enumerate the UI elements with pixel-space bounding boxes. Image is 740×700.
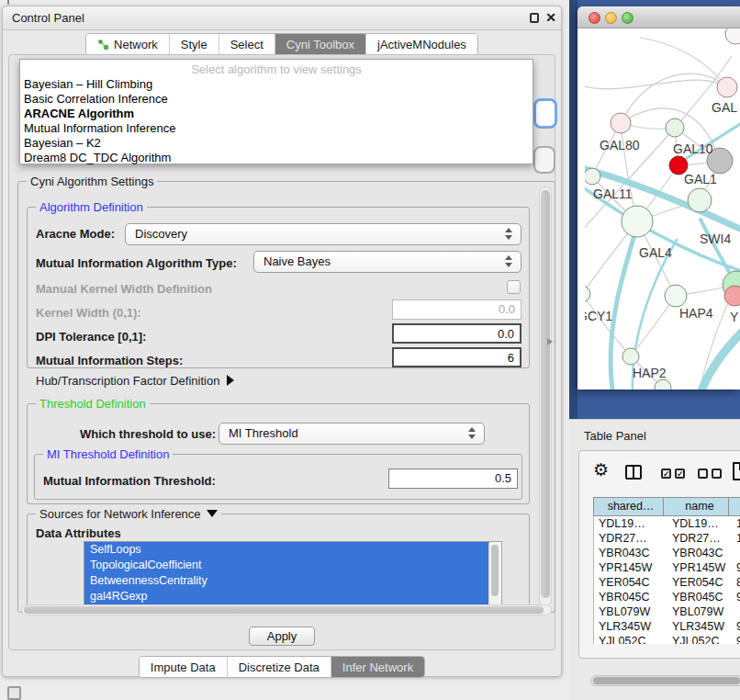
node-table: shared… name A YDL19…YDL19…13 YDR27…YDR2… [593, 497, 740, 644]
scrollbar-thumb[interactable] [593, 677, 740, 684]
algorithm-option[interactable]: Basic Correlation Inference [20, 92, 533, 107]
mi-steps-field[interactable]: 6 [392, 347, 521, 367]
column-layout-icon[interactable] [625, 465, 642, 480]
deselect-all-checkbox-icon[interactable] [712, 469, 722, 479]
apply-button[interactable]: Apply [249, 627, 315, 646]
table-horizontal-scrollbar[interactable] [590, 675, 740, 686]
node-label[interactable]: GAL10 [673, 141, 713, 156]
tab-infer-network[interactable]: Infer Network [331, 657, 424, 677]
node-label[interactable]: GAL4 [639, 245, 672, 260]
mac-zoom-button[interactable] [622, 12, 633, 24]
tab-impute-data[interactable]: Impute Data [140, 657, 228, 677]
combobox-value: Discovery [135, 227, 187, 241]
table-row[interactable]: YDL19…YDL19…13 [594, 516, 740, 531]
node-label[interactable]: GAL11 [593, 186, 633, 201]
dpi-tolerance-field[interactable]: 0.0 [392, 323, 521, 344]
node-label[interactable]: GAL80 [600, 138, 640, 152]
data-table-combobox-fragment[interactable] [533, 146, 555, 174]
table-header-row: shared… name A [593, 497, 740, 516]
attribute-item-selected[interactable]: BetweennessCentrality [84, 573, 489, 589]
algorithm-option[interactable]: Bayesian – Hill Climbing [20, 77, 533, 92]
list-vertical-scrollbar[interactable] [488, 543, 500, 605]
node-label[interactable]: HAP2 [633, 366, 667, 380]
hub-definition-label: Hub/Transcription Factor Definition [36, 374, 219, 388]
deselect-all-checkbox-icon[interactable] [698, 469, 708, 479]
scrollbar-thumb[interactable] [491, 545, 499, 596]
tab-jactivemnodules[interactable]: jActiveMNodules [366, 34, 477, 54]
mac-close-button[interactable] [589, 12, 600, 24]
select-all-checkbox-icon[interactable]: ✓ [661, 469, 671, 479]
algorithm-option-selected[interactable]: ARACNE Algorithm [20, 107, 533, 121]
cell: YLR345W [665, 619, 730, 634]
tab-style[interactable]: Style [170, 34, 219, 54]
combobox-value: MI Threshold [229, 426, 298, 440]
mi-threshold-label: Mutual Information Threshold: [43, 474, 216, 488]
mi-algorithm-type-combobox[interactable]: Naive Bayes [253, 251, 521, 273]
group-title: Algorithm Definition [36, 200, 147, 214]
node-label[interactable]: Y [730, 310, 738, 324]
table-row[interactable]: YDR27…YDR27…12 [594, 531, 740, 546]
table-row[interactable]: YLR345WYLR345W9. [594, 619, 740, 634]
cell: YER054C [594, 575, 665, 590]
algorithm-option[interactable]: Bayesian – K2 [20, 136, 533, 151]
sources-title: Sources for Network Inference [39, 507, 201, 521]
table-row[interactable]: YPR145WYPR145W9. [594, 560, 740, 575]
aracne-mode-combobox[interactable]: Discovery [125, 223, 521, 245]
algorithm-option[interactable]: Mutual Information Inference [20, 121, 533, 136]
manual-kernel-checkbox[interactable] [507, 280, 521, 294]
mi-steps-label: Mutual Information Steps: [36, 354, 183, 367]
node-label[interactable]: GAL1 [684, 172, 717, 186]
network-canvas[interactable]: GAL GAL80 GAL10 GAL1 GAL11 SWI4 GAL4 GCY… [585, 28, 740, 390]
cell: 12 [730, 531, 740, 546]
tab-discretize-data[interactable]: Discretize Data [228, 657, 331, 677]
column-header[interactable]: name [664, 497, 729, 516]
manual-kernel-label: Manual Kernel Width Definition [36, 282, 212, 296]
dpi-tolerance-label: DPI Tolerance [0,1]: [36, 330, 146, 344]
table-row[interactable]: YJL052CYJL052C9 [594, 634, 740, 644]
splitter-handle-icon[interactable] [547, 338, 553, 345]
attribute-item-selected[interactable]: TopologicalCoefficient [84, 558, 489, 573]
column-header[interactable]: shared… [593, 497, 664, 516]
node-label[interactable]: HAP4 [679, 306, 713, 321]
settings-vertical-scrollbar[interactable] [539, 186, 552, 607]
tab-select[interactable]: Select [219, 34, 275, 54]
node-label[interactable]: SWI4 [700, 231, 731, 246]
close-icon[interactable]: ✕ [545, 10, 556, 25]
tab-cyni-toolbox[interactable]: Cyni Toolbox [275, 34, 366, 54]
tab-label: Impute Data [151, 660, 216, 674]
table-row[interactable]: YBL079WYBL079W [594, 604, 740, 619]
kernel-width-label: Kernel Width (0,1): [36, 306, 141, 320]
select-all-checkbox-icon[interactable]: ✓ [675, 469, 685, 479]
column-header[interactable]: A [729, 497, 740, 516]
node-label[interactable]: GAL [712, 100, 737, 115]
attribute-item-selected[interactable]: SelfLoops [84, 542, 489, 558]
which-threshold-combobox[interactable]: MI Threshold [219, 423, 485, 445]
minimized-panel-icon[interactable] [7, 686, 21, 700]
gear-icon[interactable]: ⚙ [593, 461, 609, 479]
settings-horizontal-scrollbar[interactable] [21, 604, 552, 615]
table-row[interactable]: YER054CYER054C8. [594, 575, 740, 590]
tab-label: Select [230, 38, 263, 51]
scrollbar-thumb[interactable] [541, 190, 550, 598]
table-row[interactable]: YBR043CYBR043C [594, 546, 740, 560]
which-threshold-label: Which threshold to use: [80, 427, 216, 441]
expanded-arrow-icon [207, 510, 218, 517]
mac-minimize-button[interactable] [605, 12, 617, 24]
inference-algorithm-combobox-fragment[interactable] [533, 98, 557, 129]
tab-label: Infer Network [342, 660, 413, 674]
new-table-icon[interactable] [733, 462, 740, 480]
combobox-value: Naive Bayes [263, 254, 331, 268]
cell: 9. [730, 560, 740, 575]
float-window-icon[interactable] [530, 13, 539, 23]
node-label[interactable]: GCY1 [585, 309, 612, 323]
sources-expander[interactable]: Sources for Network Inference [36, 507, 221, 521]
attribute-item-selected[interactable]: gal4RGexp [84, 589, 489, 604]
algorithm-option[interactable]: Dream8 DC_TDC Algorithm [20, 151, 533, 165]
cell: YJL052C [665, 634, 730, 644]
hub-definition-expander[interactable]: Hub/Transcription Factor Definition [36, 374, 234, 388]
tab-network[interactable]: Network [86, 34, 170, 54]
table-row[interactable]: YBR045CYBR045C9. [594, 590, 740, 604]
scrollbar-thumb[interactable] [24, 606, 544, 614]
tab-label: Network [114, 38, 158, 51]
mi-threshold-field[interactable]: 0.5 [388, 469, 518, 489]
